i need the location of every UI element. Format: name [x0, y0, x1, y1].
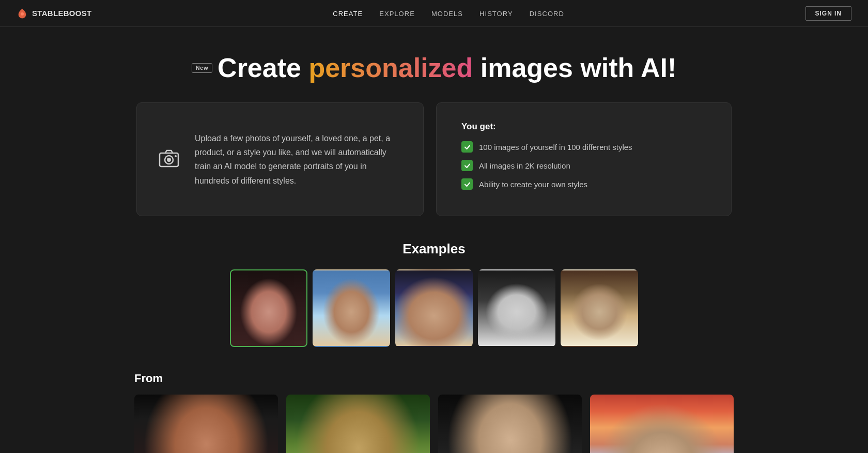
check-icon-2 — [461, 160, 473, 171]
hero-accent: personalized — [308, 53, 473, 83]
from-photo-1 — [134, 395, 278, 453]
example-thumb-2[interactable] — [313, 269, 390, 347]
sign-in-button[interactable]: SIGN IN — [805, 6, 851, 21]
example-thumb-4[interactable] — [478, 269, 555, 347]
benefit-text-3: Ability to create your own styles — [479, 180, 587, 189]
hero-title: NewCreate personalized images with AI! — [0, 52, 868, 84]
check-icon-1 — [461, 141, 473, 153]
feature-cards: Upload a few photos of yourself, a loved… — [124, 102, 744, 216]
benefits-card: You get: 100 images of yourself in 100 d… — [436, 102, 732, 216]
logo[interactable]: STABLEBOOST — [17, 8, 92, 19]
nav-discord[interactable]: DISCORD — [530, 10, 564, 18]
camera-icon-wrap — [158, 147, 180, 172]
from-photo-2 — [286, 395, 430, 453]
svg-point-4 — [175, 155, 177, 157]
example-thumb-1[interactable] — [230, 269, 307, 347]
navbar: STABLEBOOST CREATE EXPLORE MODELS HISTOR… — [0, 0, 868, 27]
logo-text: STABLEBOOST — [32, 9, 92, 18]
check-icon-3 — [461, 178, 473, 190]
from-section: From — [62, 372, 806, 453]
example-thumb-3[interactable] — [395, 269, 473, 347]
examples-title: Examples — [136, 241, 732, 257]
logo-icon — [17, 8, 28, 19]
nav-history[interactable]: HISTORY — [479, 10, 513, 18]
example-thumb-5[interactable] — [561, 269, 638, 347]
checkmark-1 — [464, 144, 471, 150]
benefit-text-2: All images in 2K resolution — [479, 161, 570, 170]
nav-links: CREATE EXPLORE MODELS HISTORY DISCORD — [333, 9, 564, 18]
benefit-text-1: 100 images of yourself in 100 different … — [479, 143, 632, 152]
benefit-item-3: Ability to create your own styles — [461, 178, 706, 190]
upload-description: Upload a few photos of yourself, a loved… — [195, 131, 402, 188]
new-badge: New — [192, 63, 212, 73]
examples-grid — [136, 269, 732, 347]
svg-point-0 — [21, 12, 24, 16]
svg-point-3 — [167, 158, 171, 162]
hero-suffix: images with AI! — [481, 53, 676, 83]
from-grid — [134, 395, 734, 453]
from-title: From — [134, 372, 734, 385]
checkmark-3 — [464, 181, 471, 188]
nav-create[interactable]: CREATE — [333, 10, 363, 18]
camera-icon — [158, 147, 180, 170]
from-photo-3 — [438, 395, 582, 453]
benefits-title: You get: — [461, 122, 706, 132]
hero-section: NewCreate personalized images with AI! — [0, 27, 868, 102]
benefit-item-1: 100 images of yourself in 100 different … — [461, 141, 706, 153]
benefit-item-2: All images in 2K resolution — [461, 160, 706, 171]
upload-card: Upload a few photos of yourself, a loved… — [136, 102, 424, 216]
from-photo-4 — [590, 395, 734, 453]
examples-section: Examples — [124, 241, 744, 347]
nav-models[interactable]: MODELS — [431, 10, 463, 18]
checkmark-2 — [464, 162, 471, 169]
nav-explore[interactable]: EXPLORE — [379, 10, 415, 18]
hero-prefix: Create — [218, 53, 301, 83]
